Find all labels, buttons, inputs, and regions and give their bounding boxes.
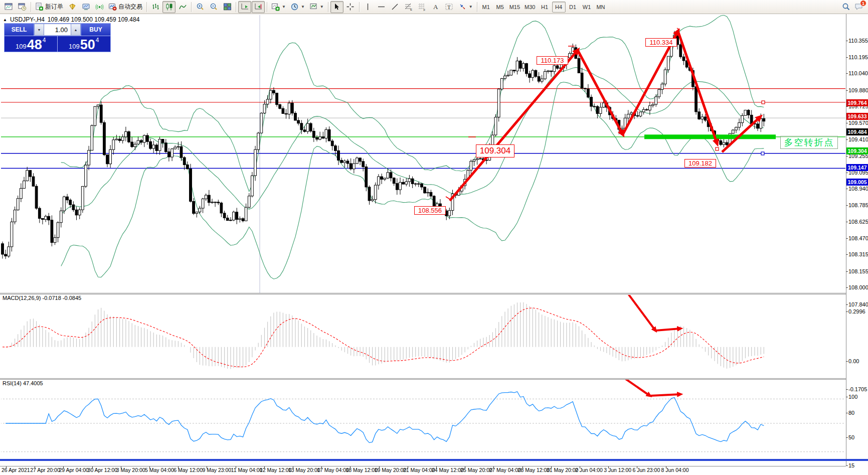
sell-price[interactable]: 109 48 4 [5,36,58,52]
tf-button-MN[interactable]: MN [594,2,608,13]
time-label: 25 May 20:00 [460,467,492,473]
time-label: 29 Apr 04:00 [59,467,89,473]
tf-button-M1[interactable]: M1 [479,2,493,13]
text-label-tool-button[interactable]: T [443,1,456,13]
trendline-tool-button[interactable] [389,1,402,13]
time-axis[interactable]: 26 Apr 202127 Apr 20:0029 Apr 04:0030 Ap… [0,466,846,473]
price-annotation-label[interactable]: 110.334 [645,38,677,47]
price-annotation-label[interactable]: 108.556 [414,206,446,215]
new-order-icon [35,3,44,11]
pane-splitter-macd[interactable] [0,293,846,294]
time-label: 13 May 20:00 [288,467,320,473]
price-line-badge: 109.005 [846,179,868,186]
tf-button-M30[interactable]: M30 [523,2,537,13]
candle-chart-mode-button[interactable] [162,1,176,13]
grid-icon: F [418,3,426,11]
cursor-tool-button[interactable] [330,1,343,13]
profiles-button[interactable] [16,1,29,13]
collapse-icon[interactable]: ▲ [3,18,7,22]
new-order-label: 新订单 [45,3,63,11]
time-label: 19 May 20:00 [375,467,407,473]
arrows-dropdown-arrow: ▼ [469,5,473,9]
indicators-button[interactable]: ▼ [269,1,288,13]
indicators-dropdown-arrow: ▼ [282,5,286,9]
tf-button-H4[interactable]: H4 [552,2,566,13]
chart-shift-button[interactable] [252,1,265,13]
terminal-button[interactable] [79,1,92,13]
crosshair-tool-button[interactable] [344,1,357,13]
periods-button[interactable]: ▼ [288,1,307,13]
tf-button-W1[interactable]: W1 [580,2,594,13]
price-tick: 107.840 [848,301,868,307]
bar-chart-mode-button[interactable] [149,1,162,13]
volume-increase-button[interactable]: ▲ [71,24,81,36]
price-annotation-label[interactable]: 110.173 [537,56,568,65]
buy-price[interactable]: 109 50 4 [58,36,111,52]
tf-button-M5[interactable]: M5 [493,2,507,13]
symbol-ohlc: 109.469 109.500 109.459 109.484 [48,16,140,23]
vertical-line-tool-button[interactable] [362,1,375,13]
price-annotation-label[interactable]: 109.304 [476,144,514,157]
price-tick: 108.000 [848,284,868,290]
one-click-trading-panel: SELL ▼ 1.00 ▲ BUY 109 48 4 109 50 4 [4,23,111,52]
time-label: 24 May 12:00 [432,467,464,473]
pane-splitter-rsi[interactable] [0,378,846,380]
rsi-arrow [611,369,650,396]
autotrading-label: 自动交易 [118,3,142,11]
price-tick: 108.625 [848,219,868,225]
zoom-out-icon [210,3,218,11]
zoom-out-button[interactable] [207,1,220,13]
line-chart-mode-button[interactable] [176,1,189,13]
data-window-button[interactable] [66,1,79,13]
price-line-badge: 109.147 [846,164,868,171]
price-line-badge: 109.484 [846,128,868,135]
profiles-icon [18,3,27,11]
new-chart-button[interactable] [2,1,15,13]
volume-input[interactable]: 1.00 [44,24,71,36]
autotrading-button[interactable]: 自动交易 [106,1,144,13]
price-annotation-label[interactable]: 109.182 [684,159,716,168]
symbol-title: USDJPY-,H4 [10,16,45,23]
svg-text:T: T [447,4,451,10]
fibonacci-tool-button[interactable]: E [402,1,415,13]
text-tool-button[interactable]: A [429,1,442,13]
auto-scroll-button[interactable] [238,1,251,13]
tile-windows-button[interactable] [221,1,234,13]
price-tick: 108.155 [848,268,868,274]
volume-decrease-button[interactable]: ▼ [34,24,44,36]
horizontal-line-tool-button[interactable] [375,1,388,13]
sell-button[interactable]: SELL [5,24,34,36]
price-axis-separator [846,14,846,466]
time-label: 8 Jun 04:00 [661,467,689,473]
time-label: 21 May 04:00 [403,467,435,473]
periods-dropdown-arrow: ▼ [301,5,305,9]
macd-scale-tick: 0.00 [848,358,859,364]
tf-button-D1[interactable]: D1 [566,2,580,13]
rsi-scale-tick: 50 [848,434,854,440]
new-order-button[interactable]: 新订单 [33,1,65,13]
grid-tool-button[interactable]: F [416,1,429,13]
search-icon[interactable] [842,3,850,11]
buy-button[interactable]: BUY [81,24,110,36]
turning-point-label[interactable]: 多空转折点 [780,136,838,149]
time-label: 27 Apr 20:00 [30,467,60,473]
notifications-button[interactable]: 1 [854,3,863,11]
time-label: 12 May 12:00 [260,467,292,473]
time-label: 28 May 12:00 [518,467,550,473]
time-label: 3 May 20:00 [116,467,145,473]
trend-arrow [450,50,578,201]
symbol-info-bar: ▲ USDJPY-,H4 109.469 109.500 109.459 109… [3,16,139,23]
trendline-icon [391,3,399,11]
templates-dropdown-arrow: ▼ [320,5,324,9]
tf-button-M15[interactable]: M15 [507,2,522,13]
arrows-tool-button[interactable]: ▼ [456,1,475,13]
tf-button-H1[interactable]: H1 [538,2,552,13]
chart-canvas[interactable] [0,14,868,473]
zoom-in-button[interactable] [194,1,207,13]
templates-button[interactable]: ▼ [307,1,326,13]
time-label: 30 Apr 12:00 [88,467,118,473]
time-label: 3 Jun 12:00 [604,467,631,473]
strategy-tester-button[interactable] [93,1,106,13]
crosshair-icon [346,3,355,11]
chart-window-icon [5,3,13,11]
